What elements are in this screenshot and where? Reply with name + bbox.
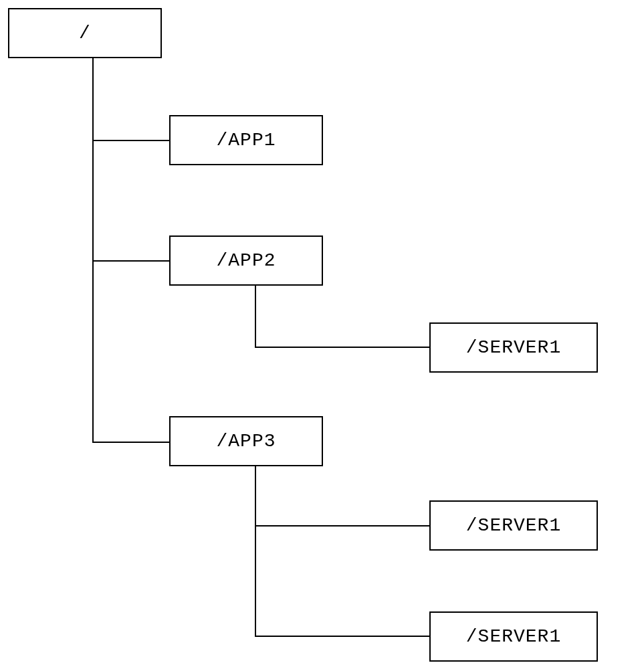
node-app2: /APP2 <box>169 235 323 286</box>
node-app3: /APP3 <box>169 416 323 466</box>
connector-app2-vertical <box>255 286 256 348</box>
connector-root-vertical <box>92 58 94 443</box>
node-root: / <box>8 8 162 58</box>
node-app3-server1-label: /SERVER1 <box>466 515 561 536</box>
connector-app2-to-server1 <box>255 347 429 348</box>
node-app2-server1: /SERVER1 <box>429 322 598 373</box>
connector-app3-to-server2 <box>255 636 429 637</box>
node-app3-server2-label: /SERVER1 <box>466 626 561 647</box>
connector-app3-to-server1 <box>255 525 429 527</box>
node-app3-server1: /SERVER1 <box>429 500 598 551</box>
node-root-label: / <box>79 23 91 43</box>
node-app1: /APP1 <box>169 115 323 165</box>
node-app3-server2: /SERVER1 <box>429 611 598 662</box>
node-app3-label: /APP3 <box>216 431 276 452</box>
node-app2-server1-label: /SERVER1 <box>466 337 561 358</box>
connector-to-app1 <box>92 140 169 141</box>
connector-to-app3 <box>92 442 169 443</box>
node-app1-label: /APP1 <box>216 130 276 151</box>
node-app2-label: /APP2 <box>216 250 276 271</box>
connector-app3-vertical <box>255 466 256 637</box>
connector-to-app2 <box>92 260 169 262</box>
